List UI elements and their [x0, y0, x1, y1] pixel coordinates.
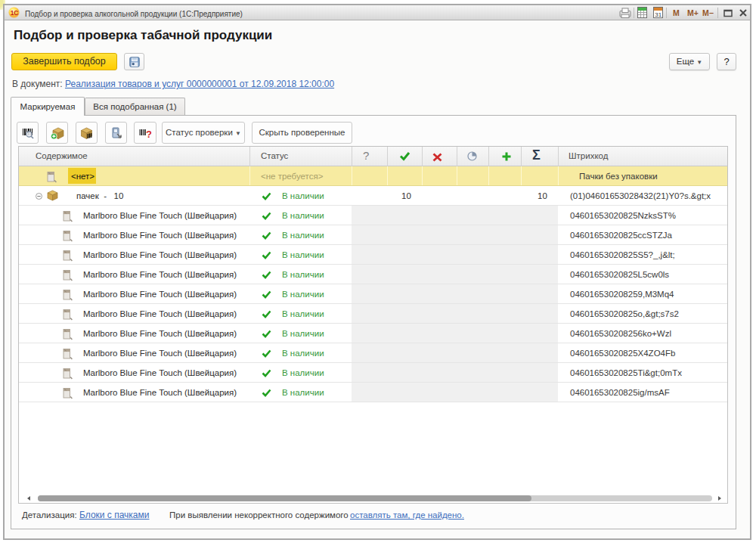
svg-text:31: 31	[655, 11, 662, 18]
svg-text:1С: 1С	[11, 9, 19, 17]
svg-text:?: ?	[146, 129, 152, 139]
